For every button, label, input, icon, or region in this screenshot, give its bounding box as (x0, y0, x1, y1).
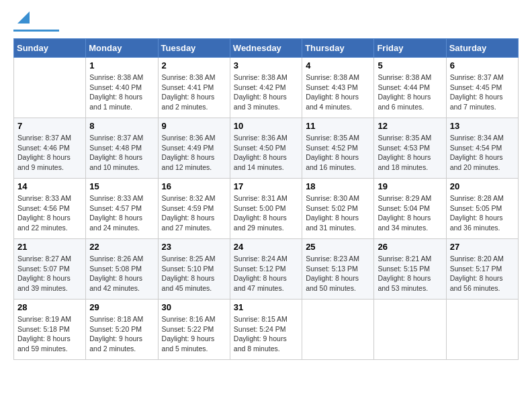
calendar-table: SundayMondayTuesdayWednesdayThursdayFrid… (13, 38, 519, 360)
calendar-cell: 11Sunrise: 8:35 AMSunset: 4:52 PMDayligh… (302, 118, 374, 179)
weekday-header-sunday: Sunday (14, 39, 86, 58)
day-info: Sunrise: 8:38 AMSunset: 4:43 PMDaylight:… (306, 73, 370, 112)
calendar-cell: 4Sunrise: 8:38 AMSunset: 4:43 PMDaylight… (302, 58, 374, 118)
calendar-cell (14, 58, 86, 118)
calendar-cell: 25Sunrise: 8:23 AMSunset: 5:13 PMDayligh… (302, 239, 374, 300)
day-number: 6 (450, 60, 515, 71)
calendar-cell: 15Sunrise: 8:33 AMSunset: 4:57 PMDayligh… (86, 179, 158, 239)
weekday-header-row: SundayMondayTuesdayWednesdayThursdayFrid… (14, 39, 519, 58)
day-number: 21 (17, 242, 82, 252)
day-number: 25 (306, 242, 370, 252)
weekday-header-tuesday: Tuesday (158, 39, 230, 58)
day-info: Sunrise: 8:38 AMSunset: 4:41 PMDaylight:… (162, 73, 226, 112)
day-number: 26 (378, 242, 442, 252)
day-info: Sunrise: 8:33 AMSunset: 4:57 PMDaylight:… (89, 193, 154, 233)
calendar-cell: 27Sunrise: 8:20 AMSunset: 5:17 PMDayligh… (446, 239, 518, 300)
calendar-cell: 28Sunrise: 8:19 AMSunset: 5:18 PMDayligh… (14, 300, 86, 360)
svg-marker-0 (17, 11, 30, 24)
calendar-cell: 24Sunrise: 8:24 AMSunset: 5:12 PMDayligh… (230, 239, 302, 300)
day-info: Sunrise: 8:27 AMSunset: 5:07 PMDaylight:… (17, 254, 82, 293)
calendar-cell: 23Sunrise: 8:25 AMSunset: 5:10 PMDayligh… (158, 239, 230, 300)
day-number: 20 (450, 181, 515, 191)
calendar-cell: 19Sunrise: 8:29 AMSunset: 5:04 PMDayligh… (374, 179, 446, 239)
calendar-week-row: 14Sunrise: 8:33 AMSunset: 4:56 PMDayligh… (14, 179, 519, 239)
calendar-cell: 14Sunrise: 8:33 AMSunset: 4:56 PMDayligh… (14, 179, 86, 239)
calendar-cell: 8Sunrise: 8:37 AMSunset: 4:48 PMDaylight… (86, 118, 158, 179)
day-number: 30 (162, 302, 226, 312)
day-info: Sunrise: 8:24 AMSunset: 5:12 PMDaylight:… (234, 254, 298, 293)
day-info: Sunrise: 8:36 AMSunset: 4:50 PMDaylight:… (234, 133, 298, 173)
logo-underline (13, 30, 59, 32)
day-number: 23 (162, 242, 226, 252)
day-number: 15 (89, 181, 154, 191)
calendar-cell: 2Sunrise: 8:38 AMSunset: 4:41 PMDaylight… (158, 58, 230, 118)
calendar-cell: 21Sunrise: 8:27 AMSunset: 5:07 PMDayligh… (14, 239, 86, 300)
calendar-week-row: 1Sunrise: 8:38 AMSunset: 4:40 PMDaylight… (14, 58, 519, 118)
calendar-cell: 13Sunrise: 8:34 AMSunset: 4:54 PMDayligh… (446, 118, 518, 179)
day-number: 28 (17, 302, 82, 312)
day-number: 10 (234, 121, 298, 131)
day-info: Sunrise: 8:34 AMSunset: 4:54 PMDaylight:… (450, 133, 515, 173)
day-info: Sunrise: 8:29 AMSunset: 5:04 PMDaylight:… (378, 193, 442, 233)
day-info: Sunrise: 8:37 AMSunset: 4:46 PMDaylight:… (17, 133, 82, 173)
day-number: 7 (17, 121, 82, 131)
day-number: 12 (378, 121, 442, 131)
day-info: Sunrise: 8:36 AMSunset: 4:49 PMDaylight:… (162, 133, 226, 173)
calendar-cell: 10Sunrise: 8:36 AMSunset: 4:50 PMDayligh… (230, 118, 302, 179)
calendar-cell: 7Sunrise: 8:37 AMSunset: 4:46 PMDaylight… (14, 118, 86, 179)
day-number: 16 (162, 181, 226, 191)
calendar-cell: 17Sunrise: 8:31 AMSunset: 5:00 PMDayligh… (230, 179, 302, 239)
day-info: Sunrise: 8:30 AMSunset: 5:02 PMDaylight:… (306, 193, 370, 233)
day-number: 31 (234, 302, 298, 312)
calendar-cell (374, 300, 446, 360)
day-number: 22 (89, 242, 154, 252)
weekday-header-thursday: Thursday (302, 39, 374, 58)
calendar-cell: 1Sunrise: 8:38 AMSunset: 4:40 PMDaylight… (86, 58, 158, 118)
day-info: Sunrise: 8:35 AMSunset: 4:53 PMDaylight:… (378, 133, 442, 173)
day-number: 24 (234, 242, 298, 252)
weekday-header-wednesday: Wednesday (230, 39, 302, 58)
calendar-cell: 29Sunrise: 8:18 AMSunset: 5:20 PMDayligh… (86, 300, 158, 360)
calendar-cell (302, 300, 374, 360)
day-info: Sunrise: 8:28 AMSunset: 5:05 PMDaylight:… (450, 193, 515, 233)
day-number: 9 (162, 121, 226, 131)
day-info: Sunrise: 8:38 AMSunset: 4:42 PMDaylight:… (234, 73, 298, 112)
calendar-cell: 26Sunrise: 8:21 AMSunset: 5:15 PMDayligh… (374, 239, 446, 300)
calendar-cell: 9Sunrise: 8:36 AMSunset: 4:49 PMDaylight… (158, 118, 230, 179)
day-info: Sunrise: 8:32 AMSunset: 4:59 PMDaylight:… (162, 193, 226, 233)
day-number: 14 (17, 181, 82, 191)
day-info: Sunrise: 8:38 AMSunset: 4:44 PMDaylight:… (378, 73, 442, 112)
calendar-cell: 31Sunrise: 8:15 AMSunset: 5:24 PMDayligh… (230, 300, 302, 360)
day-info: Sunrise: 8:21 AMSunset: 5:15 PMDaylight:… (378, 254, 442, 293)
calendar-week-row: 7Sunrise: 8:37 AMSunset: 4:46 PMDaylight… (14, 118, 519, 179)
weekday-header-monday: Monday (86, 39, 158, 58)
logo-arrow-icon (16, 10, 31, 25)
day-number: 13 (450, 121, 515, 131)
calendar-cell: 3Sunrise: 8:38 AMSunset: 4:42 PMDaylight… (230, 58, 302, 118)
calendar-week-row: 28Sunrise: 8:19 AMSunset: 5:18 PMDayligh… (14, 300, 519, 360)
day-number: 17 (234, 181, 298, 191)
calendar-week-row: 21Sunrise: 8:27 AMSunset: 5:07 PMDayligh… (14, 239, 519, 300)
day-info: Sunrise: 8:23 AMSunset: 5:13 PMDaylight:… (306, 254, 370, 293)
day-info: Sunrise: 8:37 AMSunset: 4:45 PMDaylight:… (450, 73, 515, 112)
day-info: Sunrise: 8:26 AMSunset: 5:08 PMDaylight:… (89, 254, 154, 293)
day-number: 19 (378, 181, 442, 191)
calendar-cell: 12Sunrise: 8:35 AMSunset: 4:53 PMDayligh… (374, 118, 446, 179)
calendar-cell: 22Sunrise: 8:26 AMSunset: 5:08 PMDayligh… (86, 239, 158, 300)
weekday-header-saturday: Saturday (446, 39, 518, 58)
day-info: Sunrise: 8:16 AMSunset: 5:22 PMDaylight:… (162, 314, 226, 354)
day-number: 1 (89, 60, 154, 71)
day-info: Sunrise: 8:15 AMSunset: 5:24 PMDaylight:… (234, 314, 298, 354)
day-info: Sunrise: 8:37 AMSunset: 4:48 PMDaylight:… (89, 133, 154, 173)
day-number: 3 (234, 60, 298, 71)
calendar-cell: 30Sunrise: 8:16 AMSunset: 5:22 PMDayligh… (158, 300, 230, 360)
day-number: 8 (89, 121, 154, 131)
day-number: 4 (306, 60, 370, 71)
day-info: Sunrise: 8:25 AMSunset: 5:10 PMDaylight:… (162, 254, 226, 293)
day-number: 5 (378, 60, 442, 71)
day-info: Sunrise: 8:31 AMSunset: 5:00 PMDaylight:… (234, 193, 298, 233)
calendar-cell: 5Sunrise: 8:38 AMSunset: 4:44 PMDaylight… (374, 58, 446, 118)
day-info: Sunrise: 8:33 AMSunset: 4:56 PMDaylight:… (17, 193, 82, 233)
day-number: 27 (450, 242, 515, 252)
day-info: Sunrise: 8:38 AMSunset: 4:40 PMDaylight:… (89, 73, 154, 112)
